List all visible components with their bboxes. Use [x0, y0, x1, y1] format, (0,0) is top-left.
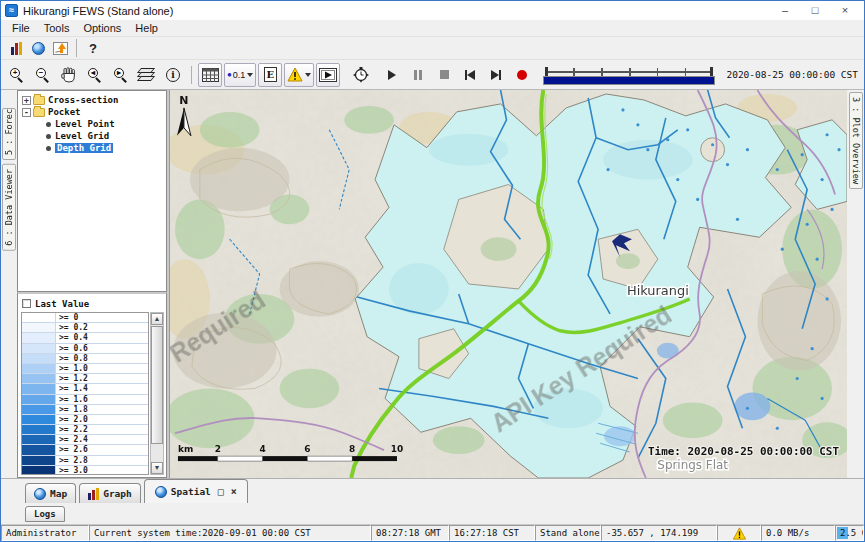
legend-row[interactable]: >= 2.6: [22, 445, 148, 455]
logs-tab[interactable]: Logs: [25, 506, 65, 522]
expander-icon[interactable]: -: [22, 108, 31, 117]
legend-color-swatch: [22, 374, 56, 383]
zoom-in-button[interactable]: +: [5, 63, 29, 87]
window-controls: – □ ×: [770, 2, 860, 19]
scroll-down-icon[interactable]: ▼: [151, 462, 163, 474]
close-button[interactable]: ×: [830, 2, 860, 19]
legend-row[interactable]: >= 1.6: [22, 395, 148, 405]
go-to-start-button[interactable]: [458, 63, 482, 87]
tree-item-level-point[interactable]: Level Point: [44, 118, 166, 130]
menu-help[interactable]: Help: [128, 22, 165, 34]
maximize-button[interactable]: □: [800, 2, 830, 19]
layers-button[interactable]: [135, 63, 159, 87]
tree-item-depth-grid[interactable]: Depth Grid: [44, 142, 166, 154]
legend-row[interactable]: >= 2.4: [22, 435, 148, 445]
tab-graph-label: Graph: [103, 488, 132, 499]
threshold-dropdown-button[interactable]: ● 0.1: [224, 63, 256, 87]
record-icon: [517, 70, 527, 80]
status-memory[interactable]: 2.5 GB: [835, 525, 864, 541]
tab-data-viewer[interactable]: 6 : Data Viewer: [2, 164, 16, 251]
stop-button[interactable]: [432, 63, 456, 87]
legend-row[interactable]: >= 2.2: [22, 425, 148, 435]
last-value-label: Last Value: [35, 299, 89, 309]
labels-button[interactable]: E: [258, 63, 282, 87]
expander-icon[interactable]: +: [22, 96, 31, 105]
legend-row[interactable]: >= 1.4: [22, 384, 148, 394]
zoom-in-icon: +: [9, 67, 25, 83]
legend-row[interactable]: >= 0.8: [22, 354, 148, 364]
zoom-next-button[interactable]: ▸: [109, 63, 133, 87]
menu-file[interactable]: File: [5, 22, 37, 34]
legend-value-label: >= 1.0: [56, 364, 148, 373]
tab-plot-overview[interactable]: 3 : Plot Overview: [849, 92, 863, 189]
timeline-span-bar[interactable]: [543, 76, 715, 85]
tab-graph[interactable]: Graph: [79, 483, 141, 503]
tab-spatial[interactable]: Spatial □ ×: [144, 479, 248, 503]
scroll-thumb[interactable]: [151, 326, 163, 444]
legend-row[interactable]: >= 2.0: [22, 415, 148, 425]
legend-scrollbar[interactable]: ▲ ▼: [150, 312, 164, 475]
database-display-button[interactable]: [6, 38, 26, 58]
legend-value-label: >= 1.4: [56, 384, 148, 393]
pan-button[interactable]: [57, 63, 81, 87]
window-title: Hikurangi FEWS (Stand alone): [23, 5, 173, 17]
menu-tools[interactable]: Tools: [37, 22, 77, 34]
set-time-button[interactable]: [349, 63, 373, 87]
tree-item-pocket[interactable]: - Pocket: [20, 106, 166, 118]
legend-row[interactable]: >= 3.0: [22, 466, 148, 475]
warnings-dropdown-button[interactable]: [284, 63, 314, 87]
skip-end-icon: [499, 70, 501, 80]
legend-row[interactable]: >= 1.8: [22, 405, 148, 415]
legend-value-label: >= 0.4: [56, 333, 148, 342]
legend-value-label: >= 0.6: [56, 344, 148, 353]
spatial-display-button[interactable]: [50, 38, 70, 58]
tab-map[interactable]: Map: [25, 483, 76, 503]
movie-export-button[interactable]: [316, 63, 340, 87]
tab-forecast[interactable]: 5 : Forecast: [2, 108, 16, 160]
last-value-checkbox[interactable]: [22, 299, 31, 308]
menu-options[interactable]: Options: [76, 22, 128, 34]
map-canvas[interactable]: API Key Required API Key Required N km 2…: [170, 90, 847, 478]
help-button[interactable]: ?: [83, 38, 103, 58]
scroll-up-icon[interactable]: ▲: [151, 313, 163, 325]
legend-row[interactable]: >= 0: [22, 313, 148, 323]
record-button[interactable]: [510, 63, 534, 87]
legend-row[interactable]: >= 0.4: [22, 333, 148, 343]
tree-item-cross-section[interactable]: + Cross-section: [20, 94, 166, 106]
legend-row[interactable]: >= 2.8: [22, 456, 148, 466]
legend-color-swatch: [22, 405, 56, 414]
status-warning[interactable]: [717, 525, 761, 541]
go-to-end-button[interactable]: [484, 63, 508, 87]
legend-row[interactable]: >= 1.2: [22, 374, 148, 384]
play-button[interactable]: [380, 63, 404, 87]
pause-button[interactable]: [406, 63, 430, 87]
legend-row[interactable]: >= 0.6: [22, 344, 148, 354]
tab-close-icon[interactable]: ×: [231, 486, 237, 497]
memory-usage-label: 2.5 GB: [840, 528, 864, 538]
warning-icon: [732, 527, 747, 540]
warning-icon: [287, 67, 303, 82]
scale-tick-label: 4: [259, 444, 265, 454]
map-view[interactable]: API Key Required API Key Required N km 2…: [169, 90, 847, 478]
scale-tick-label: 6: [304, 444, 310, 454]
minimize-button[interactable]: –: [770, 2, 800, 19]
skip-start-icon: [467, 70, 475, 80]
legend-row[interactable]: >= 1.0: [22, 364, 148, 374]
status-local-time: 16:27:18 CST: [449, 525, 535, 541]
grid-display-button[interactable]: [198, 63, 222, 87]
zoom-out-button[interactable]: −: [31, 63, 55, 87]
legend-value-label: >= 0.2: [56, 323, 148, 332]
legend-list: >= 0 >= 0.2 >= 0.4 >= 0.6 >= 0.8 >= 1.0 …: [21, 312, 149, 475]
app-logo-icon: ≈: [5, 4, 18, 17]
map-display-button[interactable]: [28, 38, 48, 58]
grid-icon: [202, 68, 219, 82]
legend-row[interactable]: >= 0.2: [22, 323, 148, 333]
info-button[interactable]: i: [161, 63, 185, 87]
legend-color-swatch: [22, 445, 56, 454]
tree-item-level-grid[interactable]: Level Grid: [44, 130, 166, 142]
status-mode: Stand alone: [535, 525, 601, 541]
clock-icon: [352, 66, 370, 83]
zoom-previous-button[interactable]: ◂: [83, 63, 107, 87]
tab-restore-icon[interactable]: □: [218, 486, 224, 497]
timeline-slider[interactable]: [541, 64, 717, 86]
